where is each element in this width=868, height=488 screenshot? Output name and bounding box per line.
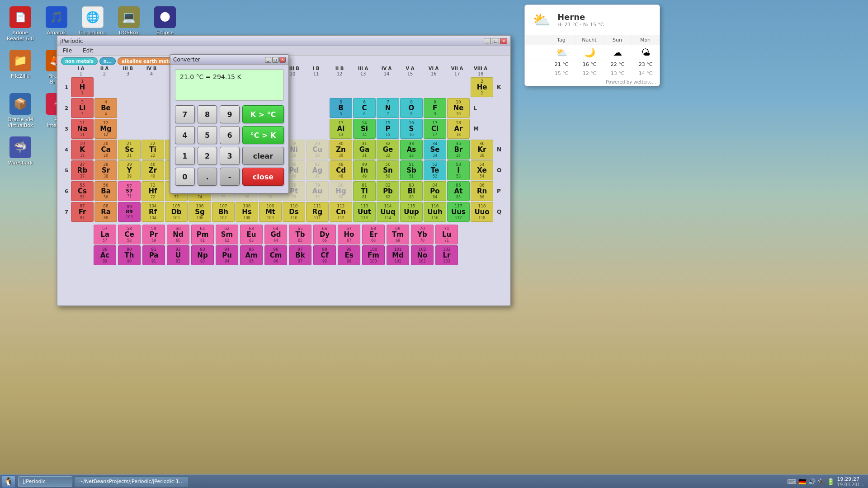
element-Mg[interactable]: 12Mg12 (94, 119, 117, 139)
element-Xe[interactable]: 54Xe54 (471, 160, 493, 180)
element-K[interactable]: 19K19 (71, 140, 94, 160)
close-button[interactable]: ✕ (500, 38, 507, 44)
taskbar-task-netbeans[interactable]: ~/NetBeansProjects/jPeriodic/jPeriodic-1… (74, 476, 189, 487)
element-Ds[interactable]: 110Ds110 (283, 202, 305, 222)
element-Sr[interactable]: 38Sr38 (94, 160, 117, 180)
element-He[interactable]: 2He2 (471, 77, 493, 97)
element-Sb[interactable]: 51Sb51 (400, 160, 423, 180)
element-Al[interactable]: 13Al13 (330, 119, 352, 139)
element-Br[interactable]: 35Br35 (447, 140, 470, 160)
element-Am[interactable]: 95Am95 (240, 245, 263, 265)
element-Rb[interactable]: 37Rb37 (71, 160, 94, 180)
close-button-conv[interactable]: close (242, 168, 284, 186)
element-Si[interactable]: 14Si14 (353, 119, 376, 139)
element-Ar[interactable]: 18Ar18 (447, 119, 470, 139)
element-Pa[interactable]: 91Pa91 (142, 245, 165, 265)
element-Kr[interactable]: 36Kr36 (471, 140, 493, 160)
element-Hf[interactable]: 72Hf72 (142, 181, 164, 201)
element-No[interactable]: 102No102 (411, 245, 434, 265)
element-Tm[interactable]: 69Tm69 (387, 225, 409, 244)
element-Np[interactable]: 93Np93 (191, 245, 214, 265)
element-Rf[interactable]: 104Rf104 (142, 202, 164, 222)
element-Cn[interactable]: 112Cn112 (330, 202, 352, 222)
element-La[interactable]: 57La57 (94, 225, 116, 244)
desktop-icon-wireshark[interactable]: 🦈 Wireshark (5, 135, 36, 168)
element-C[interactable]: 6C6 (353, 98, 376, 118)
key-5[interactable]: 5 (198, 126, 217, 144)
element-As[interactable]: 33As33 (400, 140, 423, 160)
element-Cd[interactable]: 48Cd48 (330, 160, 352, 180)
element-Rg[interactable]: 111Rg111 (306, 202, 329, 222)
element-Dy[interactable]: 66Dy66 (313, 225, 336, 244)
element-Sc[interactable]: 21Sc21 (118, 140, 141, 160)
element-Ne[interactable]: 10Ne10 (447, 98, 470, 118)
element-Cm[interactable]: 96Cm96 (264, 245, 287, 265)
element-At[interactable]: 85At85 (447, 181, 470, 201)
element-Au[interactable]: 79Au79 (306, 181, 329, 201)
element-Hg[interactable]: 80Hg80 (330, 181, 352, 201)
element-Cl[interactable]: 17Cl17 (424, 119, 446, 139)
element-N[interactable]: 7N7 (377, 98, 399, 118)
element-Na[interactable]: 11Na11 (71, 119, 94, 139)
element-Db[interactable]: 105Db105 (165, 202, 188, 222)
element-Pb[interactable]: 82Pb82 (377, 181, 399, 201)
element-Ra[interactable]: 88Ra88 (94, 202, 117, 222)
element-Ca[interactable]: 20Ca20 (94, 140, 117, 160)
element-Th[interactable]: 90Th90 (118, 245, 141, 265)
element-Li[interactable]: 3Li3 (71, 98, 94, 118)
element-Pm[interactable]: 61Pm61 (191, 225, 214, 244)
key-decimal[interactable]: . (198, 168, 217, 186)
element-Ag[interactable]: 47Ag47 (306, 160, 329, 180)
element-Cu[interactable]: 29Cu29 (306, 140, 329, 160)
element-Ac-star[interactable]: 8989103 (118, 202, 141, 222)
key-1[interactable]: 1 (175, 147, 195, 165)
key-3[interactable]: 3 (220, 147, 240, 165)
element-O[interactable]: 8O8 (400, 98, 423, 118)
element-Uuh[interactable]: 116Uuh116 (424, 202, 446, 222)
taskbar-task-jperiodic[interactable]: jJPeriodic (18, 476, 72, 487)
element-Es[interactable]: 99Es99 (338, 245, 360, 265)
jperiodic-titlebar[interactable]: jPeriodic _ □ ✕ (57, 36, 510, 46)
menu-edit[interactable]: Edit (81, 47, 95, 54)
element-Uuo[interactable]: 118Uuo118 (471, 202, 493, 222)
key-6[interactable]: 6 (220, 126, 240, 144)
element-Rn[interactable]: 86Rn86 (471, 181, 493, 201)
key-0[interactable]: 0 (175, 168, 195, 186)
convert-c-to-k[interactable]: °C > K (242, 126, 284, 144)
element-Pr[interactable]: 59Pr59 (142, 225, 165, 244)
element-Cf[interactable]: 98Cf98 (313, 245, 336, 265)
element-Er[interactable]: 68Er68 (362, 225, 385, 244)
legend-n[interactable]: n... (99, 57, 116, 65)
desktop-icon-virtualbox[interactable]: 📦 Oracle VMVirtualBox (5, 91, 36, 130)
element-Uup[interactable]: 115Uup115 (400, 202, 423, 222)
converter-titlebar[interactable]: Converter _ □ ✕ (170, 55, 288, 65)
element-P[interactable]: 15P15 (377, 119, 399, 139)
element-Ga[interactable]: 31Ga31 (353, 140, 376, 160)
element-B[interactable]: 5B5 (330, 98, 352, 118)
element-I[interactable]: 53I53 (447, 160, 470, 180)
element-Y[interactable]: 39Y39 (118, 160, 141, 180)
element-Tb[interactable]: 65Tb65 (289, 225, 311, 244)
conv-maximize-button[interactable]: □ (272, 57, 278, 63)
key-7[interactable]: 7 (175, 105, 195, 123)
element-In[interactable]: 49In49 (353, 160, 376, 180)
key-8[interactable]: 8 (198, 105, 217, 123)
element-S[interactable]: 16S16 (400, 119, 423, 139)
element-Fr[interactable]: 87Fr87 (71, 202, 94, 222)
element-Hs[interactable]: 108Hs108 (236, 202, 258, 222)
key-negate[interactable]: - (220, 168, 240, 186)
clear-button[interactable]: clear (242, 147, 284, 165)
element-Gd[interactable]: 64Gd64 (264, 225, 287, 244)
element-Sn[interactable]: 50Sn50 (377, 160, 399, 180)
element-Se[interactable]: 34Se34 (424, 140, 446, 160)
desktop-icon-filezilla[interactable]: 📁 FileZilla (5, 48, 36, 87)
start-button[interactable]: 🐧 (2, 475, 15, 488)
element-Eu[interactable]: 63Eu63 (240, 225, 263, 244)
element-Sm[interactable]: 62Sm62 (216, 225, 238, 244)
element-F[interactable]: 9F9 (424, 98, 446, 118)
element-Fm[interactable]: 100Fm100 (362, 245, 385, 265)
element-Ho[interactable]: 67Ho67 (338, 225, 360, 244)
element-Nd[interactable]: 60Nd60 (167, 225, 189, 244)
conv-minimize-button[interactable]: _ (265, 57, 271, 63)
element-Bi[interactable]: 83Bi83 (400, 181, 423, 201)
